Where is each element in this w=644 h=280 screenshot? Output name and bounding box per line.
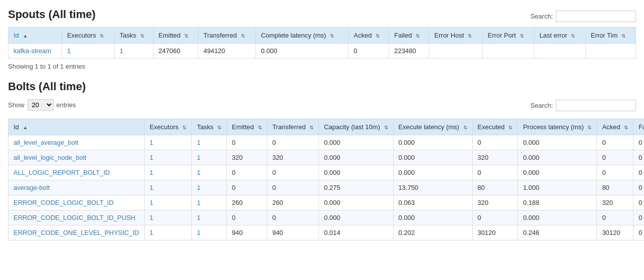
bolt-id-link[interactable]: all_level_logic_node_bolt bbox=[14, 154, 86, 161]
bolts-title: Bolts (All time) bbox=[8, 80, 636, 93]
sort-icon: ⇅ bbox=[241, 33, 245, 39]
bolt-execute-latency-cell: 13.750 bbox=[393, 180, 472, 195]
spouts-col-error-time[interactable]: Error Tim ⇅ bbox=[585, 28, 635, 44]
bolt-executed-cell: 320 bbox=[472, 150, 518, 165]
spouts-col-error-port[interactable]: Error Port ⇅ bbox=[482, 28, 534, 44]
bolt-execute-latency-cell: 0.000 bbox=[393, 135, 472, 150]
bolt-process-latency-cell: 0.246 bbox=[518, 225, 597, 240]
spouts-col-emitted[interactable]: Emitted ⇅ bbox=[153, 28, 198, 44]
spouts-col-error-host[interactable]: Error Host ⇅ bbox=[429, 28, 483, 44]
spouts-col-failed[interactable]: Failed ⇅ bbox=[389, 28, 429, 44]
bolt-tasks-cell: 1 bbox=[192, 195, 227, 210]
bolt-emitted-cell: 0 bbox=[226, 135, 267, 150]
bolts-col-acked[interactable]: Acked ⇅ bbox=[597, 119, 633, 135]
bolt-tasks-link[interactable]: 1 bbox=[197, 169, 200, 176]
bolt-executors-cell: 1 bbox=[144, 165, 191, 180]
bolt-executed-cell: 30120 bbox=[472, 225, 518, 240]
spouts-col-complete-latency[interactable]: Complete latency (ms) ⇅ bbox=[256, 28, 349, 44]
bolt-executors-cell: 1 bbox=[144, 180, 191, 195]
spout-emitted-cell: 247060 bbox=[153, 44, 198, 59]
bolt-tasks-link[interactable]: 1 bbox=[197, 229, 200, 236]
bolt-emitted-cell: 260 bbox=[226, 195, 267, 210]
bolt-id-link[interactable]: ERROR_CODE_LOGIC_BOLT_ID bbox=[14, 199, 114, 206]
bolt-executors-link[interactable]: 1 bbox=[150, 184, 153, 191]
bolt-executors-link[interactable]: 1 bbox=[150, 199, 153, 206]
bolt-tasks-link[interactable]: 1 bbox=[197, 199, 200, 206]
bolt-capacity-cell: 0.000 bbox=[318, 150, 393, 165]
bolt-id-link[interactable]: ERROR_CODE_ONE_LEVEL_PHYSIC_ID bbox=[14, 229, 139, 236]
bolt-emitted-cell: 940 bbox=[226, 225, 267, 240]
bolt-executors-link[interactable]: 1 bbox=[150, 169, 153, 176]
bolt-id-cell: all_level_logic_node_bolt bbox=[9, 150, 145, 165]
bolt-emitted-cell: 0 bbox=[226, 165, 267, 180]
bolt-failed-cell: 0 bbox=[633, 135, 644, 150]
bolts-col-tasks[interactable]: Tasks ⇅ bbox=[192, 119, 227, 135]
bolt-failed-cell: 0 bbox=[633, 195, 644, 210]
bolts-col-process-latency[interactable]: Process latency (ms) ⇅ bbox=[518, 119, 597, 135]
bolts-col-executed[interactable]: Executed ⇅ bbox=[472, 119, 518, 135]
bolt-id-cell: all_level_average_bolt bbox=[9, 135, 145, 150]
spout-tasks-link[interactable]: 1 bbox=[120, 47, 123, 55]
bolts-col-transferred[interactable]: Transferred ⇅ bbox=[267, 119, 318, 135]
spouts-search-input[interactable] bbox=[556, 11, 636, 22]
sort-icon: ⇅ bbox=[217, 125, 221, 130]
sort-icon: ⇅ bbox=[258, 125, 262, 130]
bolt-executed-cell: 320 bbox=[472, 195, 518, 210]
bolts-entries-select[interactable]: 20 10 25 50 100 bbox=[28, 99, 54, 111]
bolts-col-emitted[interactable]: Emitted ⇅ bbox=[226, 119, 267, 135]
bolts-show-entries: Show 20 10 25 50 100 entries bbox=[8, 99, 76, 111]
bolt-tasks-link[interactable]: 1 bbox=[197, 214, 200, 221]
bolt-id-link[interactable]: ERROR_CODE_LOGIC_BOLT_ID_PUSH bbox=[14, 214, 135, 221]
table-row: ALL_LOGIC_REPORT_BOLT_ID 1 1 0 0 0.000 0… bbox=[9, 165, 645, 180]
bolts-search-input[interactable] bbox=[556, 100, 636, 111]
bolt-acked-cell: 80 bbox=[597, 180, 633, 195]
bolts-col-failed[interactable]: Failed ⇅ bbox=[633, 119, 644, 135]
table-row: average-bolt 1 1 0 0 0.275 13.750 80 1.0… bbox=[9, 180, 645, 195]
spouts-tbody: kafka-stream 1 1 247060 494120 0.000 0 2… bbox=[9, 44, 636, 59]
bolt-tasks-link[interactable]: 1 bbox=[197, 154, 200, 161]
spout-transferred-cell: 494120 bbox=[198, 44, 256, 59]
bolts-col-id[interactable]: Id ▲ bbox=[9, 119, 145, 135]
table-row: ERROR_CODE_LOGIC_BOLT_ID 1 1 260 260 0.0… bbox=[9, 195, 645, 210]
spouts-col-executors[interactable]: Executors ⇅ bbox=[62, 28, 114, 44]
sort-icon: ⇅ bbox=[463, 125, 467, 130]
bolt-id-link[interactable]: average-bolt bbox=[14, 184, 50, 191]
spout-id-link[interactable]: kafka-stream bbox=[14, 47, 51, 55]
bolt-executors-link[interactable]: 1 bbox=[150, 139, 153, 146]
spouts-header-row: Spouts (All time) Search: bbox=[8, 8, 636, 27]
spouts-thead: Id ▲ Executors ⇅ Tasks ⇅ Emitted ⇅ Trans… bbox=[9, 28, 636, 44]
bolt-capacity-cell: 0.000 bbox=[318, 135, 393, 150]
bolt-id-link[interactable]: ALL_LOGIC_REPORT_BOLT_ID bbox=[14, 169, 110, 176]
bolt-acked-cell: 30120 bbox=[597, 225, 633, 240]
spouts-col-acked[interactable]: Acked ⇅ bbox=[349, 28, 389, 44]
bolt-tasks-cell: 1 bbox=[192, 225, 227, 240]
spout-executors-cell: 1 bbox=[62, 44, 114, 59]
spouts-col-tasks[interactable]: Tasks ⇅ bbox=[114, 28, 153, 44]
spouts-col-transferred[interactable]: Transferred ⇅ bbox=[198, 28, 256, 44]
bolt-failed-cell: 0 bbox=[633, 210, 644, 225]
bolt-tasks-link[interactable]: 1 bbox=[197, 184, 200, 191]
bolt-id-link[interactable]: all_level_average_bolt bbox=[14, 139, 78, 146]
bolt-id-cell: ERROR_CODE_LOGIC_BOLT_ID_PUSH bbox=[9, 210, 145, 225]
sort-icon: ⇅ bbox=[508, 125, 512, 130]
spout-failed-cell: 223480 bbox=[389, 44, 429, 59]
bolt-executed-cell: 80 bbox=[472, 180, 518, 195]
spouts-showing-text: Showing 1 to 1 of 1 entries bbox=[8, 63, 636, 70]
spout-executors-link[interactable]: 1 bbox=[67, 47, 71, 55]
bolt-id-cell: ERROR_CODE_ONE_LEVEL_PHYSIC_ID bbox=[9, 225, 145, 240]
bolts-controls-row: Show 20 10 25 50 100 entries Search: bbox=[8, 99, 636, 115]
bolts-col-executors[interactable]: Executors ⇅ bbox=[144, 119, 191, 135]
bolt-executors-link[interactable]: 1 bbox=[150, 214, 153, 221]
bolts-col-capacity[interactable]: Capacity (last 10m) ⇅ bbox=[318, 119, 393, 135]
bolt-executors-link[interactable]: 1 bbox=[150, 229, 153, 236]
sort-icon: ⇅ bbox=[182, 125, 186, 130]
spouts-col-id[interactable]: Id ▲ bbox=[9, 28, 62, 44]
sort-asc-icon: ▲ bbox=[23, 125, 28, 130]
spouts-header-row-tr: Id ▲ Executors ⇅ Tasks ⇅ Emitted ⇅ Trans… bbox=[9, 28, 636, 44]
spouts-col-last-error[interactable]: Last error ⇅ bbox=[534, 28, 586, 44]
bolts-col-execute-latency[interactable]: Execute latency (ms) ⇅ bbox=[393, 119, 472, 135]
bolt-tasks-cell: 1 bbox=[192, 180, 227, 195]
bolt-executors-link[interactable]: 1 bbox=[150, 154, 153, 161]
bolt-tasks-link[interactable]: 1 bbox=[197, 139, 200, 146]
spout-last-error-cell bbox=[534, 44, 586, 59]
